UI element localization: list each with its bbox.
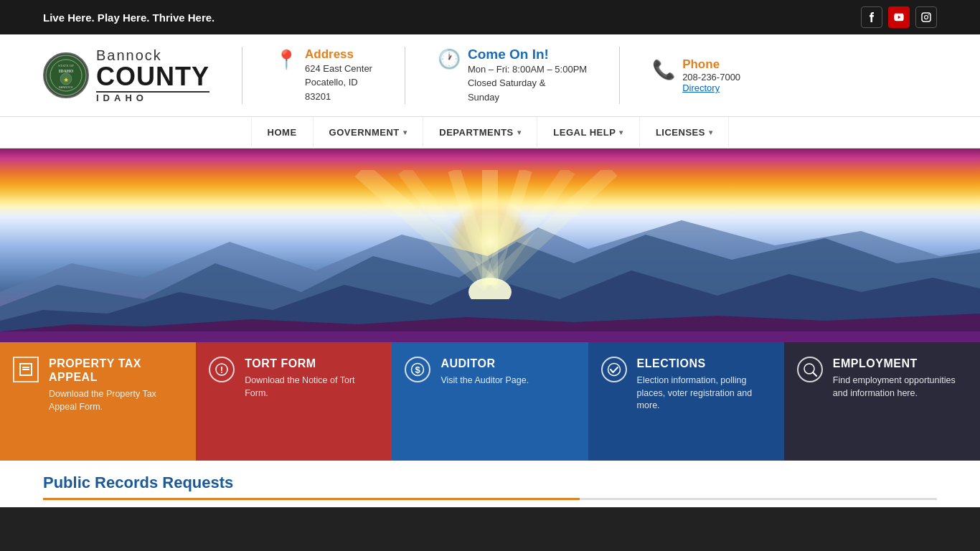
- youtube-link[interactable]: [888, 6, 910, 28]
- address-label: Address: [305, 47, 372, 62]
- phone-label: Phone: [682, 57, 740, 72]
- card-property-tax-desc: Download the Property Tax Appeal Form.: [49, 388, 183, 413]
- card-employment-content: EMPLOYMENT Find employment opportunities…: [833, 357, 967, 400]
- tagline: Live Here. Play Here. Thrive Here.: [43, 11, 215, 24]
- logo-idaho: IDAHO: [96, 91, 209, 103]
- svg-point-2: [928, 14, 930, 16]
- social-links: [861, 6, 937, 28]
- chevron-down-icon: ▾: [619, 128, 623, 136]
- phone-number: 208-236-7000: [682, 72, 740, 83]
- nav-home[interactable]: HOME: [251, 117, 314, 149]
- address-line3: 83201: [305, 90, 372, 104]
- top-bar: Live Here. Play Here. Thrive Here.: [0, 0, 980, 34]
- svg-text:⭐: ⭐: [64, 77, 69, 83]
- card-elections-content: ELECTIONS Election information, polling …: [637, 357, 771, 413]
- site-header: STATE OF IDAHO ⭐ BANNOCK Bannock COUNTY …: [0, 34, 980, 117]
- phone-icon: 📞: [652, 59, 675, 81]
- hours-line1: Mon – Fri: 8:00AM – 5:00PM: [468, 62, 587, 77]
- hours-line2: Closed Saturday &: [468, 76, 587, 90]
- svg-point-1: [925, 16, 928, 19]
- header-divider-1: [242, 47, 242, 104]
- county-seal: STATE OF IDAHO ⭐ BANNOCK: [43, 52, 89, 98]
- address-line2: Pocatello, ID: [305, 75, 372, 90]
- bottom-section: Public Records Requests: [0, 461, 980, 507]
- svg-text:BANNOCK: BANNOCK: [59, 85, 73, 89]
- instagram-link[interactable]: [915, 6, 937, 28]
- card-employment[interactable]: EMPLOYMENT Find employment opportunities…: [784, 342, 980, 461]
- location-icon: 📍: [275, 49, 298, 71]
- nav-legal-help[interactable]: LEGAL HELP ▾: [537, 117, 640, 149]
- nav-government[interactable]: GOVERNMENT ▾: [314, 117, 424, 149]
- svg-text:IDAHO: IDAHO: [59, 69, 74, 73]
- card-auditor-content: AUDITOR Visit the Auditor Page.: [440, 357, 529, 387]
- svg-rect-0: [922, 13, 930, 22]
- hours-label: Come On In!: [468, 47, 587, 62]
- chevron-down-icon: ▾: [403, 128, 407, 136]
- card-auditor-desc: Visit the Auditor Page.: [440, 375, 529, 387]
- header-divider-3: [619, 47, 620, 104]
- card-auditor-title: AUDITOR: [440, 357, 529, 370]
- card-property-tax-title: PROPERTY TAX APPEAL: [49, 357, 183, 384]
- svg-rect-14: [0, 331, 980, 342]
- card-elections-title: ELECTIONS: [637, 357, 771, 370]
- card-elections-desc: Election information, polling places, vo…: [637, 375, 771, 413]
- card-tort-form-title: TORT FORM: [245, 357, 379, 370]
- nav-licenses[interactable]: LICENSES ▾: [640, 117, 730, 149]
- employment-icon: [797, 357, 823, 382]
- sun-rays: [347, 170, 633, 299]
- svg-line-32: [813, 372, 816, 376]
- svg-text:!: !: [220, 365, 223, 375]
- svg-text:STATE OF: STATE OF: [58, 64, 74, 67]
- cards-section: PROPERTY TAX APPEAL Download the Propert…: [0, 342, 980, 461]
- logo[interactable]: STATE OF IDAHO ⭐ BANNOCK Bannock COUNTY …: [43, 47, 209, 103]
- card-tort-form-desc: Download the Notice of Tort Form.: [245, 375, 379, 400]
- card-employment-title: EMPLOYMENT: [833, 357, 967, 370]
- public-records-title: Public Records Requests: [43, 474, 937, 492]
- clock-icon: 🕐: [438, 48, 461, 70]
- card-property-tax-content: PROPERTY TAX APPEAL Download the Propert…: [49, 357, 183, 413]
- elections-icon: [601, 357, 627, 382]
- auditor-icon: $: [405, 357, 430, 382]
- card-elections[interactable]: ELECTIONS Election information, polling …: [588, 342, 784, 461]
- hours-line3: Sunday: [468, 90, 587, 105]
- card-auditor[interactable]: $ AUDITOR Visit the Auditor Page.: [392, 342, 588, 461]
- hours-block: 🕐 Come On In! Mon – Fri: 8:00AM – 5:00PM…: [438, 47, 587, 105]
- card-tort-form-content: TORT FORM Download the Notice of Tort Fo…: [245, 357, 379, 400]
- chevron-down-icon: ▾: [709, 128, 713, 136]
- card-tort-form[interactable]: ! TORT FORM Download the Notice of Tort …: [196, 342, 392, 461]
- hero-section: [0, 149, 980, 342]
- header-divider-2: [405, 47, 405, 104]
- property-tax-icon: [13, 357, 39, 382]
- card-employment-desc: Find employment opportunities and inform…: [833, 375, 967, 400]
- svg-text:$: $: [415, 364, 421, 375]
- section-divider: [43, 498, 937, 500]
- nav-bar: HOME GOVERNMENT ▾ DEPARTMENTS ▾ LEGAL HE…: [0, 117, 980, 149]
- card-property-tax[interactable]: PROPERTY TAX APPEAL Download the Propert…: [0, 342, 196, 461]
- address-block: 📍 Address 624 East Center Pocatello, ID …: [275, 47, 372, 104]
- nav-departments[interactable]: DEPARTMENTS ▾: [423, 117, 537, 149]
- chevron-down-icon: ▾: [517, 128, 522, 136]
- facebook-link[interactable]: [861, 6, 882, 28]
- phone-block: 📞 Phone 208-236-7000 Directory: [652, 57, 740, 93]
- directory-link[interactable]: Directory: [682, 83, 740, 93]
- address-line1: 624 East Center: [305, 62, 372, 76]
- logo-county: COUNTY: [96, 64, 209, 90]
- tort-form-icon: !: [209, 357, 235, 382]
- logo-text: Bannock COUNTY IDAHO: [96, 47, 209, 103]
